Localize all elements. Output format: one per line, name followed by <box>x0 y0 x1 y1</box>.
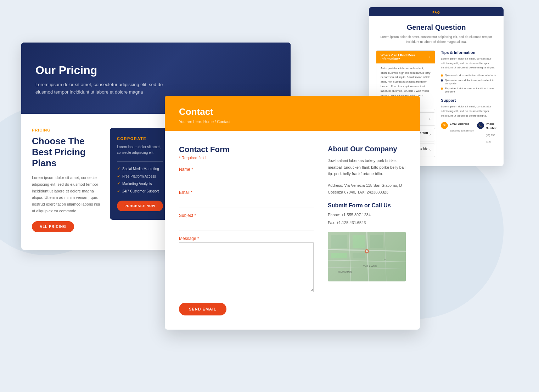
contact-info-section: About Our Company Jowl salami laberkas t… <box>328 145 406 315</box>
contact-breadcrumb: You are here: Home / Contact <box>179 119 406 124</box>
tip-dot-2 <box>441 79 443 82</box>
contact-hero: Contact You are here: Home / Contact <box>165 96 420 131</box>
company-description: Jowl salami laberkas turkey pork brisket… <box>328 157 406 177</box>
svg-rect-7 <box>331 235 347 248</box>
email-input[interactable] <box>179 196 314 207</box>
corporate-pricing-card: CORPORATE Lorem ipsum dolor sit amet, co… <box>110 128 170 220</box>
svg-rect-8 <box>353 235 365 248</box>
email-icon: ✉ <box>441 122 448 129</box>
phone-contact: 📞 Phone Number (+0) 159 2156 <box>477 122 496 144</box>
accordion-arrow-1: › <box>429 55 431 59</box>
message-field-group: Message * <box>179 236 314 293</box>
pricing-description: Lorem ipsum dolor sit amet, consecte adi… <box>32 174 103 214</box>
support-description: Lorem ipsum dolor sit amet, consectetur … <box>441 105 496 118</box>
contact-body: Contact Form * Required field Name * Ema… <box>165 131 420 330</box>
faq-top-bar: FAQ <box>369 7 504 16</box>
phone-contact-text: Phone Number (+0) 159 2156 <box>486 122 496 144</box>
pricing-page-title: Our Pricing <box>35 64 276 77</box>
corporate-features: Social Media Marketing Free Platform Acc… <box>117 167 163 194</box>
message-label: Message * <box>179 236 314 241</box>
pricing-heading: Choose The Best Pricing Plans <box>32 136 103 169</box>
feature-marketing-analysis: Marketing Analysis <box>117 181 163 186</box>
accordion-arrow-3: › <box>429 133 431 136</box>
subject-label: Subject * <box>179 213 314 218</box>
tip-dot-1 <box>441 74 443 77</box>
phone-icon: 📞 <box>477 122 484 129</box>
email-contact-value: support@domain.com <box>450 129 474 132</box>
accordion-header-1[interactable]: Where Can I Find More Information? › <box>376 51 435 63</box>
corporate-description: Lorem ipsum dolor sit amet, consecte adi… <box>117 144 163 156</box>
subject-input[interactable] <box>179 219 314 230</box>
purchase-now-button[interactable]: PURCHASE NOW <box>117 201 163 211</box>
feature-platform-access: Free Platform Access <box>117 174 163 179</box>
tip-item-2: Quis aute irure dolor in reprehenderit i… <box>441 79 496 85</box>
name-label: Name * <box>179 167 314 172</box>
submit-or-call: Submit Form or Call Us Phone: +1.555.897… <box>328 202 406 226</box>
email-contact: ✉ Email Address support@domain.com <box>441 122 474 144</box>
email-field-group: Email * <box>179 190 314 207</box>
svg-text:DAI: DAI <box>383 258 386 261</box>
email-label: Email * <box>179 190 314 195</box>
feature-social-media: Social Media Marketing <box>117 167 163 171</box>
phone-number: Phone: +1.555.897.1234 <box>328 212 406 218</box>
tips-title: Tips & Information <box>441 50 496 55</box>
about-company-title: About Our Company <box>328 145 406 153</box>
tip-item-1: Quis nostrud exercitation ullamco labori… <box>441 74 496 77</box>
send-email-button[interactable]: SEND EMAIL <box>179 303 226 315</box>
email-contact-text: Email Address support@domain.com <box>450 122 474 133</box>
tip-dot-3 <box>441 88 443 90</box>
phone-contact-value: (+0) 159 2156 <box>486 134 495 143</box>
map-placeholder: ISLINGTON THE ANGEL DAI <box>328 232 406 281</box>
svg-text:ISLINGTON: ISLINGTON <box>338 270 352 273</box>
contact-breadcrumb-text: You are here: Home / Contact <box>179 119 230 124</box>
all-pricing-button[interactable]: ALL PRICING <box>32 221 74 232</box>
svg-rect-9 <box>370 235 383 248</box>
accordion-arrow-2: › <box>429 117 431 121</box>
contact-page: Contact You are here: Home / Contact Con… <box>165 96 420 330</box>
fax-number: Fax: +1.125.431.6543 <box>328 219 406 226</box>
faq-intro: Lorem ipsum dolor sit amet, consectetur … <box>376 34 496 45</box>
pricing-intro: PRICING Choose The Best Pricing Plans Lo… <box>32 128 103 233</box>
message-textarea[interactable] <box>179 242 314 292</box>
accordion-arrow-4: › <box>429 148 431 152</box>
svg-rect-10 <box>331 253 347 258</box>
name-field-group: Name * <box>179 167 314 184</box>
support-title: Support <box>441 98 496 102</box>
pricing-hero-subtitle: Lorem ipsum dolor sit amet, consectetur … <box>35 81 163 96</box>
contact-page-title: Contact <box>179 106 406 117</box>
svg-point-13 <box>366 250 368 252</box>
faq-bar-label: FAQ <box>432 11 440 14</box>
tips-description: Lorem ipsum dolor sit amet, consectetur … <box>441 57 496 70</box>
faq-title: General Question <box>376 23 496 32</box>
submit-call-title: Submit Form or Call Us <box>328 202 406 209</box>
pricing-label: PRICING <box>32 128 103 132</box>
faq-tips-section: Tips & Information Lorem ipsum dolor sit… <box>441 50 496 159</box>
contact-form-title: Contact Form <box>179 145 314 154</box>
corporate-label: CORPORATE <box>117 136 163 141</box>
required-note: * Required field <box>179 156 314 160</box>
tip-item-3: Reprehent sint occaecat incididunt non p… <box>441 87 496 93</box>
subject-field-group: Subject * <box>179 213 314 230</box>
faq-support: Support Lorem ipsum dolor sit amet, cons… <box>441 98 496 144</box>
email-contact-label: Email Address <box>450 122 474 127</box>
name-input[interactable] <box>179 173 314 184</box>
svg-text:THE ANGEL: THE ANGEL <box>363 265 378 268</box>
feature-customer-support: 24/7 Customer Support <box>117 189 163 194</box>
phone-contact-label: Phone Number <box>486 122 496 131</box>
svg-rect-11 <box>353 253 365 258</box>
tips-list: Quis nostrud exercitation ullamco labori… <box>441 74 496 93</box>
support-contacts: ✉ Email Address support@domain.com 📞 Pho… <box>441 122 496 144</box>
map-svg: ISLINGTON THE ANGEL DAI <box>328 232 406 281</box>
company-address: Address: Via Venezia 118 San Giacomo, D … <box>328 182 406 195</box>
accordion-question-1: Where Can I Find More Information? <box>381 54 429 61</box>
contact-form-section: Contact Form * Required field Name * Ema… <box>179 145 314 315</box>
